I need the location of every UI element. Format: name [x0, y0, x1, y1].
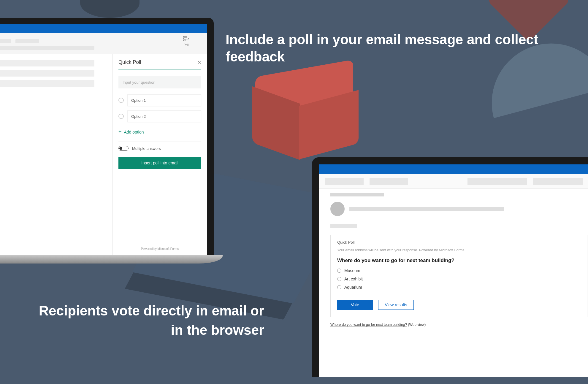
quick-poll-footer: Powered by Microsoft Forms: [118, 242, 201, 255]
poll-option[interactable]: Art exhibit: [337, 277, 581, 281]
poll-question-input[interactable]: [118, 76, 201, 88]
poll-option-input-2[interactable]: [127, 110, 201, 122]
subject-placeholder: [330, 193, 384, 196]
ribbon-poll-button[interactable]: Poll: [183, 36, 189, 47]
multiple-answers-toggle[interactable]: [118, 146, 129, 151]
decorative-cylinder: [80, 0, 140, 18]
poll-option[interactable]: Aquarium: [337, 285, 581, 290]
outlook-ribbon: Poll: [0, 33, 207, 54]
outlook-title-bar: [319, 164, 588, 174]
poll-option-label: Art exhibit: [344, 277, 363, 281]
poll-icon: [183, 36, 189, 42]
multiple-answers-label: Multiple answers: [132, 146, 161, 151]
laptop-compose: Poll Quick Poll ✕: [0, 18, 214, 264]
ribbon-poll-label: Poll: [184, 43, 189, 47]
poll-card-title: Quick Poll: [337, 240, 581, 245]
insert-poll-button[interactable]: Insert poll into email: [118, 157, 201, 169]
radio-icon: [118, 114, 124, 119]
poll-option-input-1[interactable]: [127, 94, 201, 106]
radio-icon: [118, 98, 124, 103]
poll-card: Quick Poll Your email address will be se…: [330, 235, 587, 317]
svg-rect-0: [184, 37, 187, 37]
web-view-suffix: (Web view): [407, 323, 426, 327]
svg-rect-1: [184, 38, 189, 39]
compose-body[interactable]: [0, 54, 112, 255]
poll-option-label: Museum: [344, 268, 360, 273]
view-results-button[interactable]: View results: [378, 300, 414, 310]
outlook-title-bar: [0, 24, 207, 33]
laptop-base: [0, 255, 223, 264]
web-view-link[interactable]: Where do you want to go for next team bu…: [330, 323, 407, 327]
body-placeholder: [330, 224, 357, 228]
quick-poll-pane: Quick Poll ✕ + Add option: [112, 54, 207, 255]
web-view-link-line: Where do you want to go for next team bu…: [330, 323, 587, 327]
laptop-received: Quick Poll Your email address will be se…: [312, 157, 588, 377]
add-option-button[interactable]: + Add option: [118, 129, 201, 135]
poll-card-note: Your email address will be sent with you…: [337, 248, 581, 252]
quick-poll-title: Quick Poll: [118, 59, 141, 65]
headline-top: Include a poll in your email message and…: [226, 31, 588, 65]
vote-button[interactable]: Vote: [337, 300, 373, 310]
outlook-ribbon: [319, 174, 588, 189]
radio-icon: [337, 285, 341, 289]
radio-icon: [337, 269, 341, 273]
message-header: [319, 189, 588, 231]
poll-option[interactable]: Museum: [337, 268, 581, 273]
headline-bottom: Recipients vote directly in email or in …: [36, 301, 264, 339]
decorative-cube: [252, 68, 356, 145]
poll-option-label: Aquarium: [344, 285, 362, 290]
avatar: [330, 202, 345, 216]
plus-icon: +: [118, 129, 122, 135]
sender-placeholder: [349, 207, 504, 211]
poll-card-question: Where do you want to go for next team bu…: [337, 258, 581, 264]
close-icon[interactable]: ✕: [197, 60, 201, 65]
add-option-label: Add option: [124, 130, 144, 134]
svg-rect-2: [184, 40, 186, 41]
radio-icon: [337, 277, 341, 281]
